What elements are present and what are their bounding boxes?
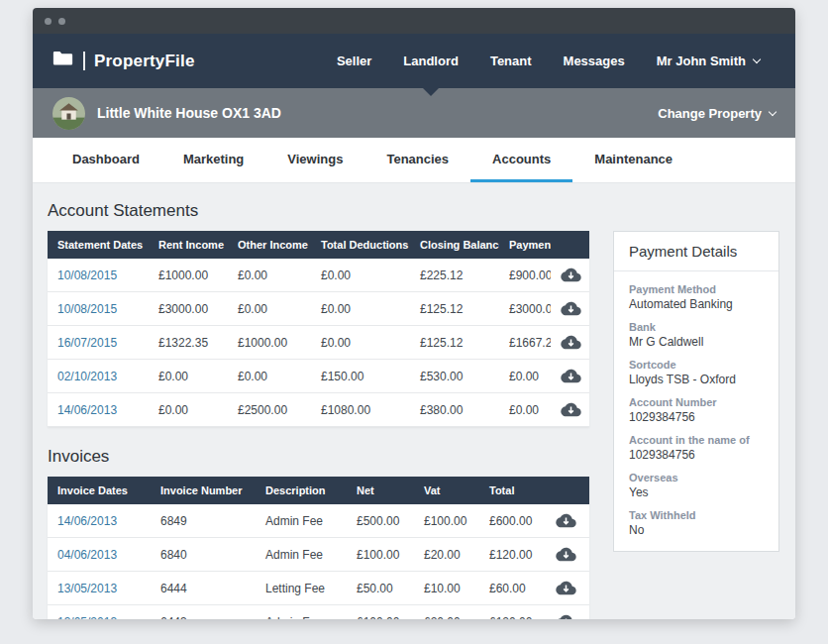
closing-balance-cell: £125.12 [410,292,499,326]
rent-income-cell: £0.00 [149,393,228,427]
change-property-label: Change Property [658,106,762,121]
statements-body: 10/08/2015 £1000.00 £0.00 £0.00 £225.12 … [48,259,589,427]
statement-date-cell: 10/08/2015 [48,292,149,326]
statement-date-cell: 14/06/2013 [48,393,149,427]
chevron-down-icon [753,55,761,63]
main-header: PropertyFile Seller Landlord Tenant [33,34,795,88]
payment-detail-value: 1029384756 [629,448,764,462]
brand-logo[interactable]: PropertyFile [52,51,195,71]
nav-item[interactable]: Landlord [387,34,474,88]
total-deductions-cell: £0.00 [311,292,410,326]
total-cell: £60.00 [479,572,543,605]
payment-detail-value: 1029384756 [629,410,764,424]
tab-label: Viewings [287,152,343,166]
download-cloud-icon[interactable] [561,300,581,317]
invoice-number-cell: 6444 [151,572,256,605]
download-cloud-icon[interactable] [556,613,576,619]
payment-detail-field: Sortcode Lloyds TSB - Oxford [629,359,764,386]
description-cell: Admin Fee [256,504,347,538]
nav-item[interactable]: Messages [548,34,641,88]
window-control-dot[interactable] [58,18,65,25]
rent-income-cell: £1000.00 [149,259,228,292]
rent-income-cell: £1322.35 [149,326,228,360]
statement-row: 10/08/2015 £1000.00 £0.00 £0.00 £225.12 … [48,259,589,292]
statement-row: 16/07/2015 £1322.35 £1000.00 £0.00 £125.… [48,326,589,360]
invoice-row: 13/05/2013 6443 Admin Fee £100.00 £20.00… [48,605,589,620]
column-header: Invoice Number [151,477,256,504]
invoice-download-cell [543,538,589,572]
download-cloud-icon[interactable] [561,334,581,351]
tab[interactable]: Dashboard [51,138,161,182]
description-cell: Letting Fee [256,572,347,605]
tab-label: Marketing [183,152,244,166]
other-income-cell: £2500.00 [228,393,311,427]
invoice-download-cell [543,504,589,538]
statement-date-link[interactable]: 16/07/2015 [57,336,117,350]
invoice-date-link[interactable]: 14/06/2013 [57,514,117,528]
tab[interactable]: Viewings [265,138,364,182]
vat-cell: £20.00 [414,538,479,572]
payment-detail-label: Account Number [629,396,764,408]
window-control-dot[interactable] [45,18,52,25]
nav-item-label: Tenant [490,54,532,68]
tab[interactable]: Maintenance [572,138,694,182]
nav-item[interactable]: Mr John Smith [641,34,776,88]
net-cell: £100.00 [347,605,414,620]
nav-item-label: Messages [564,54,625,68]
tab[interactable]: Marketing [161,138,265,182]
total-deductions-cell: £0.00 [311,259,410,292]
payment-detail-label: Account in the name of [629,434,764,446]
app-window: PropertyFile Seller Landlord Tenant [33,8,795,619]
invoice-date-link[interactable]: 13/05/2013 [57,582,117,595]
description-cell: Admin Fee [256,538,347,572]
tab-label: Tenancies [386,152,449,166]
invoice-number-cell: 6849 [151,504,256,538]
nav-item[interactable]: Seller [321,34,387,88]
payment-detail-value: Yes [629,485,764,499]
payment-detail-field: Account Number 1029384756 [629,396,764,424]
other-income-cell: £0.00 [228,292,311,326]
tab[interactable]: Accounts [470,138,572,182]
invoice-date-link[interactable]: 13/05/2013 [57,615,117,620]
nav-item[interactable]: Tenant [474,34,548,88]
statement-date-link[interactable]: 02/10/2013 [57,370,117,383]
statement-download-cell [551,326,589,360]
section-tabs: Dashboard Marketing Viewings Tenancies A… [33,138,795,183]
invoice-download-cell [543,572,589,605]
closing-balance-cell: £380.00 [410,393,499,427]
brand-name: PropertyFile [94,52,195,71]
payment-detail-value: Automated Banking [629,297,764,311]
column-header: Statement Dates [48,231,149,259]
download-cloud-icon[interactable] [556,580,576,596]
chevron-down-icon [769,107,776,115]
property-title: Little White House OX1 3AD [97,105,281,121]
main-column: Account Statements Statement Dates Rent … [48,195,589,619]
invoice-date-link[interactable]: 04/06/2013 [57,548,117,562]
closing-balance-cell: £530.00 [410,360,499,393]
total-deductions-cell: £150.00 [311,360,410,393]
statement-date-link[interactable]: 10/08/2015 [57,302,117,316]
download-cloud-icon[interactable] [561,401,581,418]
top-nav: Seller Landlord Tenant Messages [321,34,776,88]
tab[interactable]: Tenancies [364,138,470,182]
statement-row: 14/06/2013 £0.00 £2500.00 £1080.00 £380.… [48,393,589,427]
tab-label: Accounts [492,152,551,166]
property-avatar [52,97,85,130]
payment-detail-value: Lloyds TSB - Oxford [629,373,764,386]
statement-date-link[interactable]: 14/06/2013 [57,403,117,417]
tab-label: Maintenance [594,152,673,166]
change-property-button[interactable]: Change Property [658,106,776,121]
other-income-cell: £0.00 [228,259,311,292]
statement-download-cell [551,259,589,292]
download-cloud-icon[interactable] [561,368,581,384]
download-cloud-icon[interactable] [561,267,581,283]
payment-cell: £900.00 [499,259,551,292]
sidebar-column: Payment Details Payment Method Automated… [613,195,779,619]
statement-date-link[interactable]: 10/08/2015 [57,268,117,282]
total-deductions-cell: £0.00 [311,326,410,360]
statements-header-row: Statement Dates Rent Income Other Income… [48,231,589,259]
description-cell: Admin Fee [256,605,347,620]
invoices-body: 14/06/2013 6849 Admin Fee £500.00 £100.0… [48,504,589,619]
download-cloud-icon[interactable] [556,512,576,529]
download-cloud-icon[interactable] [556,546,576,563]
